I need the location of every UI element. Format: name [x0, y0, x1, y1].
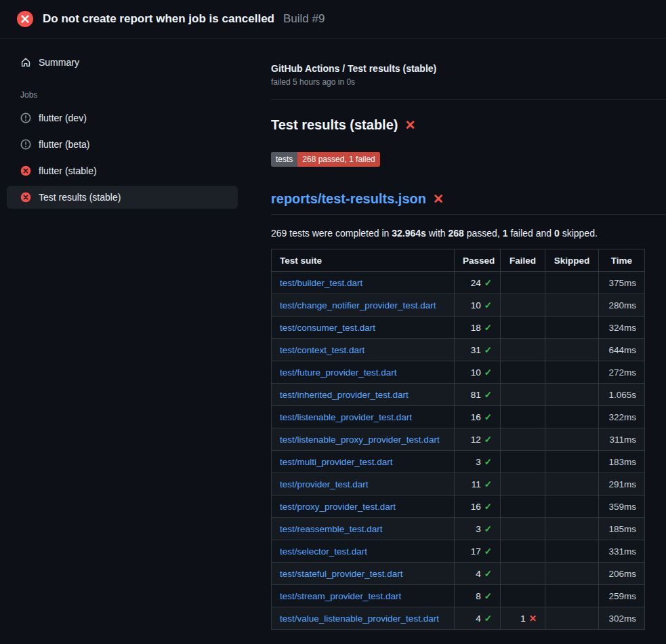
- time-cell: 331ms: [599, 540, 645, 563]
- skipped-cell: [545, 406, 599, 428]
- test-results-table: Test suite Passed Failed Skipped Time te…: [271, 249, 645, 630]
- suite-cell: test/provider_test.dart: [272, 473, 455, 496]
- summary-passed: 268: [449, 228, 464, 239]
- suite-cell: test/change_notifier_provider_test.dart: [272, 294, 455, 317]
- test-suite-link[interactable]: test/stream_provider_test.dart: [280, 591, 401, 601]
- column-header-test-suite: Test suite: [272, 249, 455, 272]
- passed-cell: 18✓: [455, 317, 501, 339]
- test-suite-link[interactable]: test/context_test.dart: [280, 345, 365, 355]
- skipped-cell: [545, 607, 599, 630]
- test-suite-link[interactable]: test/provider_test.dart: [280, 479, 369, 489]
- badge-label: tests: [271, 152, 297, 167]
- test-suite-link[interactable]: test/multi_provider_test.dart: [280, 457, 393, 467]
- sidebar-item-flutter-dev[interactable]: flutter (dev): [7, 106, 238, 129]
- table-row: test/value_listenable_provider_test.dart…: [272, 607, 645, 630]
- skipped-cell: [545, 563, 599, 585]
- failed-cell: [501, 473, 545, 496]
- suite-cell: test/reassemble_test.dart: [272, 518, 455, 540]
- check-icon: ✓: [484, 591, 492, 601]
- summary-skipped: 0: [554, 228, 560, 239]
- table-row: test/selector_test.dart17✓331ms: [272, 540, 645, 563]
- summary-failed: 1: [503, 228, 508, 239]
- passed-cell: 10✓: [455, 294, 501, 317]
- passed-cell: 17✓: [455, 540, 501, 563]
- table-row: test/proxy_provider_test.dart16✓359ms: [272, 496, 645, 518]
- failed-cell: [501, 451, 545, 473]
- failed-cell: [501, 339, 545, 361]
- time-cell: 324ms: [599, 317, 645, 339]
- sidebar-item-summary[interactable]: Summary: [7, 51, 238, 74]
- check-icon: ✓: [484, 569, 492, 579]
- failed-cell: [501, 518, 545, 540]
- time-cell: 280ms: [599, 294, 645, 317]
- sidebar-item-test-results-stable[interactable]: Test results (stable): [7, 186, 238, 209]
- column-header-time: Time: [599, 249, 645, 272]
- failed-cell: [501, 406, 545, 428]
- report-link[interactable]: reports/test-results.json: [271, 191, 426, 207]
- skipped-cell: [545, 272, 599, 294]
- table-row: test/future_provider_test.dart10✓272ms: [272, 361, 645, 384]
- suite-cell: test/stateful_provider_test.dart: [272, 563, 455, 585]
- passed-cell: 11✓: [455, 473, 501, 496]
- sidebar: Summary Jobs flutter (dev) flut: [0, 39, 264, 630]
- check-icon: ✓: [484, 524, 492, 534]
- test-suite-link[interactable]: test/future_provider_test.dart: [280, 367, 397, 378]
- table-row: test/listenable_provider_test.dart16✓322…: [272, 406, 645, 428]
- test-suite-link[interactable]: test/listenable_proxy_provider_test.dart: [280, 435, 440, 445]
- skipped-cell: [545, 451, 599, 473]
- test-suite-link[interactable]: test/listenable_provider_test.dart: [280, 412, 412, 422]
- sidebar-item-flutter-beta[interactable]: flutter (beta): [7, 133, 238, 156]
- stale-circle-icon: [20, 139, 31, 150]
- badge-wrap: tests 268 passed, 1 failed: [271, 152, 666, 167]
- test-suite-link[interactable]: test/consumer_test.dart: [280, 323, 375, 333]
- test-suite-link[interactable]: test/inherited_provider_test.dart: [280, 390, 409, 400]
- fail-x-icon: ✕: [404, 119, 415, 132]
- time-cell: 375ms: [599, 272, 645, 294]
- test-suite-link[interactable]: test/reassemble_test.dart: [280, 524, 383, 534]
- skipped-cell: [545, 317, 599, 339]
- sidebar-item-label: flutter (beta): [39, 139, 89, 150]
- section-title: Test results (stable) ✕: [271, 117, 666, 133]
- test-suite-link[interactable]: test/selector_test.dart: [280, 546, 367, 557]
- skipped-cell: [545, 361, 599, 384]
- column-header-passed: Passed: [455, 249, 501, 272]
- passed-cell: 16✓: [455, 496, 501, 518]
- skipped-cell: [545, 540, 599, 563]
- suite-cell: test/multi_provider_test.dart: [272, 451, 455, 473]
- test-suite-link[interactable]: test/change_notifier_provider_test.dart: [280, 300, 436, 310]
- check-icon: ✓: [484, 300, 492, 310]
- time-cell: 359ms: [599, 496, 645, 518]
- test-suite-link[interactable]: test/value_listenable_provider_test.dart: [280, 613, 439, 624]
- test-suite-link[interactable]: test/stateful_provider_test.dart: [280, 569, 403, 579]
- time-cell: 302ms: [599, 607, 645, 630]
- skipped-cell: [545, 339, 599, 361]
- suite-cell: test/proxy_provider_test.dart: [272, 496, 455, 518]
- failed-cell: 1✕: [501, 607, 545, 630]
- main-content: GitHub Actions / Test results (stable) f…: [264, 39, 666, 630]
- time-cell: 291ms: [599, 473, 645, 496]
- skipped-cell: [545, 473, 599, 496]
- skipped-cell: [545, 518, 599, 540]
- passed-cell: 12✓: [455, 428, 501, 451]
- status-line: failed 5 hours ago in 0s: [271, 77, 666, 87]
- check-icon: ✓: [484, 502, 492, 512]
- table-row: test/listenable_proxy_provider_test.dart…: [272, 428, 645, 451]
- skipped-cell: [545, 384, 599, 406]
- check-icon: ✓: [484, 546, 492, 557]
- table-row: test/change_notifier_provider_test.dart1…: [272, 294, 645, 317]
- check-icon: ✓: [484, 278, 492, 288]
- check-icon: ✓: [484, 323, 492, 333]
- test-suite-link[interactable]: test/builder_test.dart: [280, 278, 362, 288]
- skipped-cell: [545, 585, 599, 607]
- sidebar-item-flutter-stable[interactable]: flutter (stable): [7, 159, 238, 182]
- passed-cell: 8✓: [455, 585, 501, 607]
- check-icon: ✓: [484, 412, 492, 422]
- test-suite-link[interactable]: test/proxy_provider_test.dart: [280, 502, 396, 512]
- suite-cell: test/selector_test.dart: [272, 540, 455, 563]
- passed-cell: 81✓: [455, 384, 501, 406]
- passed-cell: 4✓: [455, 563, 501, 585]
- suite-cell: test/listenable_proxy_provider_test.dart: [272, 428, 455, 451]
- passed-cell: 24✓: [455, 272, 501, 294]
- suite-cell: test/context_test.dart: [272, 339, 455, 361]
- skipped-cell: [545, 496, 599, 518]
